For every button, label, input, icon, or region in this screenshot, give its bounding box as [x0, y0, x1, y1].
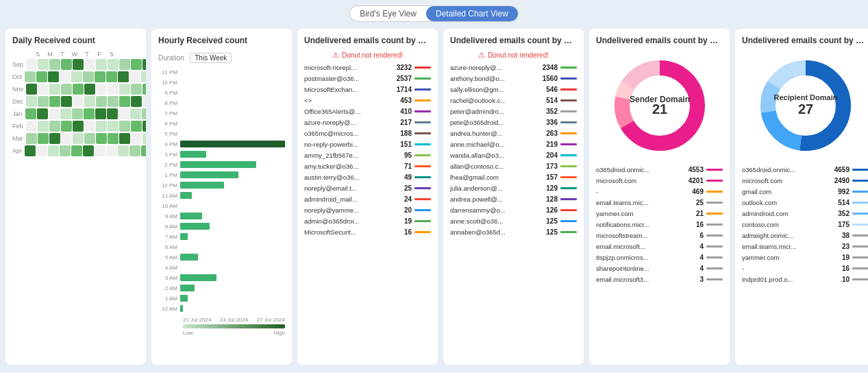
heatmap-cell[interactable] [96, 96, 107, 107]
donut-row[interactable]: yammer.com21 [596, 210, 723, 217]
heatmap-cell[interactable] [73, 59, 84, 70]
heatmap-cell[interactable] [26, 96, 37, 107]
heatmap-cell[interactable] [119, 121, 130, 132]
donut-row[interactable]: indprd01.prod.o...10 [742, 276, 868, 283]
heatmap-cell[interactable] [118, 145, 129, 156]
birds-eye-btn[interactable]: Bird's Eye View [350, 6, 426, 21]
heatmap-cell[interactable] [96, 59, 107, 70]
email-row[interactable]: o365mc@micros...188 [304, 130, 431, 137]
donut-row[interactable]: o365droid.onmic...4553 [596, 166, 723, 173]
heatmap-cell[interactable] [61, 96, 72, 107]
detailed-chart-btn[interactable]: Detailed Chart View [426, 6, 518, 21]
email-row[interactable]: darrensammy@o...126 [450, 206, 577, 214]
heatmap-cell[interactable] [73, 84, 84, 95]
email-row[interactable]: postmaster@o36...2537 [304, 75, 431, 82]
heatmap-cell[interactable] [108, 121, 119, 132]
heatmap-cell[interactable] [49, 84, 60, 95]
duration-badge[interactable]: This Week [190, 53, 232, 63]
heatmap-cell[interactable] [142, 108, 146, 119]
heatmap-cell[interactable] [84, 133, 95, 144]
email-row[interactable]: sally.ellison@gm...546 [450, 86, 577, 93]
email-row[interactable]: azure-noreply@...2348 [450, 64, 577, 71]
email-row[interactable]: noreply@yamme...20 [304, 206, 431, 214]
donut-row[interactable]: email.microsoft3...3 [596, 276, 723, 283]
heatmap-cell[interactable] [61, 84, 72, 95]
donut-row[interactable]: admindroid.com352 [742, 210, 868, 217]
heatmap-cell[interactable] [142, 133, 147, 144]
heatmap-cell[interactable] [71, 71, 82, 82]
heatmap-cell[interactable] [106, 145, 117, 156]
heatmap-cell[interactable] [37, 108, 48, 119]
email-row[interactable]: anne.michael@o...219 [450, 141, 577, 148]
email-row[interactable]: amy.tucker@o36...71 [304, 163, 431, 170]
heatmap-cell[interactable] [131, 121, 142, 132]
heatmap-cell[interactable] [83, 145, 94, 156]
heatmap-cell[interactable] [73, 121, 84, 132]
heatmap-cell[interactable] [61, 59, 72, 70]
donut-row[interactable]: microsoftstream...6 [596, 232, 723, 239]
heatmap-cell[interactable] [119, 96, 130, 107]
email-row[interactable]: lhea@gmail.com157 [450, 173, 577, 181]
email-row[interactable]: anne.scott@o36...125 [450, 217, 577, 225]
donut-row[interactable]: microsoft.com4201 [596, 177, 723, 184]
heatmap-cell[interactable] [49, 108, 60, 119]
heatmap-cell[interactable] [84, 108, 95, 119]
donut-row[interactable]: -469 [596, 188, 723, 195]
donut-row[interactable]: 8spjzp.onmicros...4 [596, 254, 723, 261]
heatmap-cell[interactable] [25, 108, 36, 119]
heatmap-cell[interactable] [73, 133, 84, 144]
heatmap-cell[interactable] [61, 121, 72, 132]
heatmap-cell[interactable] [119, 59, 130, 70]
heatmap-cell[interactable] [72, 108, 83, 119]
email-row[interactable]: noreply@email.t...25 [304, 184, 431, 192]
donut-row[interactable]: outlook.com514 [742, 199, 868, 206]
heatmap-cell[interactable] [49, 133, 60, 144]
heatmap-cell[interactable] [142, 96, 146, 107]
donut-row[interactable]: email.teams.mic...25 [596, 199, 723, 206]
heatmap-cell[interactable] [26, 59, 37, 70]
heatmap-cell[interactable] [108, 96, 119, 107]
email-row[interactable]: ammy_21fb567e...95 [304, 152, 431, 159]
donut-row[interactable]: email.microsoft...4 [596, 243, 723, 250]
heatmap-cell[interactable] [60, 145, 71, 156]
heatmap-cell[interactable] [131, 133, 142, 144]
donut-row[interactable]: gmail.com992 [742, 188, 868, 195]
heatmap-cell[interactable] [25, 71, 36, 82]
heatmap-cell[interactable] [119, 84, 130, 95]
email-row[interactable]: MicrosoftExchan...1714 [304, 86, 431, 93]
heatmap-cell[interactable] [119, 133, 130, 144]
donut-row[interactable]: yammer.com19 [742, 254, 868, 261]
heatmap-cell[interactable] [61, 133, 72, 144]
email-row[interactable]: Office365Alerts@...410 [304, 108, 431, 115]
heatmap-cell[interactable] [73, 96, 84, 107]
heatmap-cell[interactable] [131, 96, 142, 107]
heatmap-cell[interactable] [36, 145, 47, 156]
donut-sender-list[interactable]: o365droid.onmic...4553microsoft.com4201-… [596, 166, 723, 287]
heatmap-cell[interactable] [129, 71, 140, 82]
email-row[interactable]: andrea.powell@...128 [450, 195, 577, 203]
donut-recipient-list[interactable]: o365droid.onmic...4659microsoft.com2490g… [742, 166, 868, 287]
heatmap-cell[interactable] [71, 145, 82, 156]
heatmap-cell[interactable] [119, 108, 129, 119]
heatmap-cell[interactable] [142, 121, 146, 132]
email-row[interactable]: admindroid_mail...24 [304, 195, 431, 203]
email-row[interactable]: austin.terry@o36...49 [304, 173, 431, 181]
heatmap-cell[interactable] [95, 108, 106, 119]
heatmap-cell[interactable] [38, 96, 49, 107]
heatmap-cell[interactable] [118, 71, 129, 82]
heatmap-cell[interactable] [84, 59, 95, 70]
email-row[interactable]: julia.anderson@...129 [450, 184, 577, 192]
heatmap-cell[interactable] [141, 71, 146, 82]
heatmap-cell[interactable] [84, 121, 95, 132]
heatmap-cell[interactable] [95, 145, 106, 156]
heatmap-cell[interactable] [142, 59, 146, 70]
donut-row[interactable]: sharepointonline...4 [596, 265, 723, 272]
heatmap-cell[interactable] [38, 59, 49, 70]
heatmap-cell[interactable] [141, 145, 146, 156]
email-row[interactable]: anthony.bond@o...1560 [450, 75, 577, 82]
donut-row[interactable]: o365droid.onmic...4659 [742, 166, 868, 173]
heatmap-cell[interactable] [130, 108, 141, 119]
email-row[interactable]: microsoft-norepl...3232 [304, 64, 431, 71]
heatmap-cell[interactable] [129, 145, 140, 156]
donut-row[interactable]: admeight.onmic...38 [742, 232, 868, 239]
